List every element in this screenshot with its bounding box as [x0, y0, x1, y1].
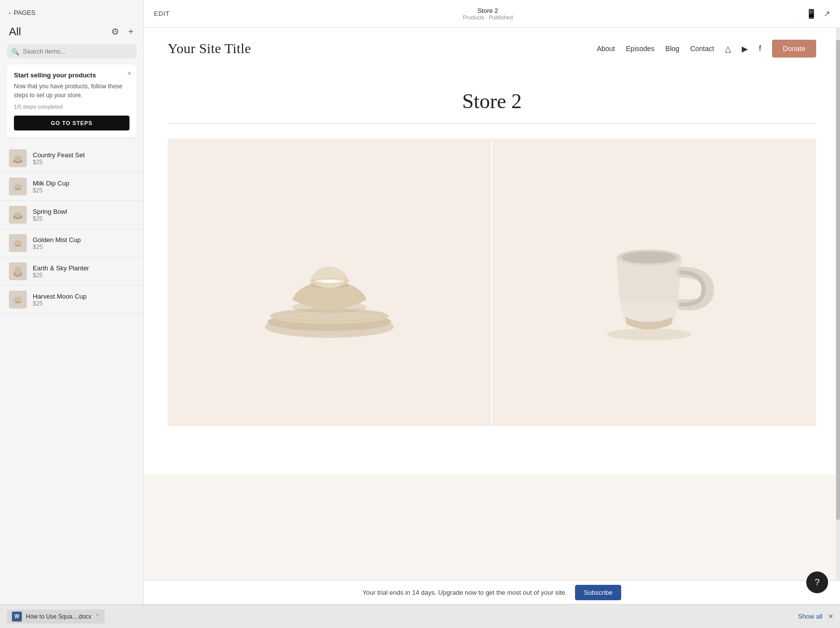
content-area: EDIT Store 2 Products · Published 📱 ↗ Yo…	[144, 0, 840, 628]
file-icon-label: W	[14, 614, 19, 619]
product-price: $25	[33, 272, 89, 279]
product-name: Country Feast Set	[33, 151, 85, 159]
product-grid	[168, 138, 816, 426]
trial-bar: Your trial ends in 14 days. Upgrade now …	[144, 580, 840, 604]
taskbar-left: W How to Use Squa....docx ⌃	[7, 610, 105, 624]
product-price: $25	[33, 300, 86, 307]
store-divider	[168, 123, 816, 124]
scrollbar[interactable]	[836, 28, 840, 628]
close-banner-button[interactable]: ×	[128, 69, 131, 77]
instagram-icon[interactable]: △	[725, 44, 731, 54]
file-icon: W	[12, 612, 22, 622]
store-status-label: Products · Published	[463, 14, 513, 20]
product-name: Milk Dip Cup	[33, 180, 69, 187]
nav-about[interactable]: About	[597, 45, 615, 53]
taskbar-close-button[interactable]: ×	[829, 612, 833, 621]
product-thumbnail	[9, 262, 27, 280]
taskbar-right: Show all ×	[798, 612, 833, 621]
taskbar: W How to Use Squa....docx ⌃ Show all ×	[0, 604, 840, 628]
svg-rect-11	[15, 302, 21, 303]
product-thumbnail	[9, 149, 27, 167]
back-arrow-icon: ‹	[9, 10, 11, 16]
subscribe-button[interactable]: Subscribe	[575, 585, 622, 600]
site-nav: Your Site Title About Episodes Blog Cont…	[144, 28, 840, 69]
help-button[interactable]: ?	[806, 571, 828, 593]
nav-contact[interactable]: Contact	[690, 45, 714, 53]
svg-rect-3	[15, 188, 21, 190]
product-info: Milk Dip Cup $25	[33, 180, 69, 194]
all-title: All	[9, 25, 21, 38]
youtube-icon[interactable]: ▶	[742, 44, 748, 54]
product-thumbnail	[9, 206, 27, 224]
search-icon: 🔍	[11, 48, 19, 55]
site-title[interactable]: Your Site Title	[168, 41, 251, 57]
show-all-button[interactable]: Show all	[798, 613, 823, 620]
product-card-2[interactable]	[492, 138, 817, 426]
list-item[interactable]: Harvest Moon Cup $25	[0, 286, 143, 314]
mobile-preview-icon[interactable]: 📱	[806, 8, 817, 19]
taskbar-filename: How to Use Squa....docx	[26, 613, 91, 620]
svg-point-21	[607, 328, 691, 340]
website-preview: Your Site Title About Episodes Blog Cont…	[144, 28, 840, 474]
external-link-icon[interactable]: ↗	[824, 9, 830, 18]
product-thumbnail	[9, 178, 27, 195]
pages-back-label: PAGES	[14, 9, 36, 16]
sidebar: ‹ PAGES All ⚙ + 🔍 × Start selling your p…	[0, 0, 144, 628]
search-bar: 🔍	[7, 44, 136, 59]
product-info: Golden Mist Cup $25	[33, 236, 81, 251]
product-info: Spring Bowl $25	[33, 208, 67, 222]
list-item[interactable]: Golden Mist Cup $25	[0, 229, 143, 257]
facebook-icon[interactable]: f	[759, 44, 761, 53]
product-card-1[interactable]	[168, 138, 492, 426]
all-icons: ⚙ +	[110, 25, 134, 38]
preview-area: Your Site Title About Episodes Blog Cont…	[144, 28, 840, 628]
go-to-steps-button[interactable]: GO TO STEPS	[14, 116, 129, 130]
list-item[interactable]: Milk Dip Cup $25	[0, 173, 143, 201]
scroll-thumb[interactable]	[836, 40, 840, 520]
settings-icon[interactable]: ⚙	[110, 25, 120, 38]
list-item[interactable]: Earth & Sky Planter $25	[0, 257, 143, 286]
banner-description: Now that you have products, follow these…	[14, 82, 129, 100]
list-item[interactable]: Spring Bowl $25	[0, 201, 143, 229]
editor-center: Store 2 Products · Published	[463, 7, 513, 20]
help-icon: ?	[815, 577, 820, 588]
product-info: Country Feast Set $25	[33, 151, 85, 166]
product-price: $25	[33, 187, 69, 194]
nav-blog[interactable]: Blog	[665, 45, 679, 53]
editor-right-controls: 📱 ↗	[806, 8, 830, 19]
all-header: All ⚙ +	[0, 21, 143, 44]
add-icon[interactable]: +	[127, 26, 134, 38]
svg-point-9	[14, 266, 21, 275]
trial-text: Your trial ends in 14 days. Upgrade now …	[363, 589, 567, 596]
edit-label: EDIT	[154, 10, 170, 17]
list-item[interactable]: Country Feast Set $25	[0, 144, 143, 173]
svg-point-19	[321, 280, 338, 283]
start-selling-banner: × Start selling your products Now that y…	[7, 64, 136, 137]
product-price: $25	[33, 159, 85, 166]
product-name: Spring Bowl	[33, 208, 67, 215]
editor-topbar: EDIT Store 2 Products · Published 📱 ↗	[144, 0, 840, 28]
donate-button[interactable]: Donate	[772, 40, 816, 58]
nav-links: About Episodes Blog Contact △ ▶ f Donate	[597, 40, 816, 58]
banner-steps-progress: 1/5 steps completed	[14, 104, 129, 110]
svg-rect-7	[15, 245, 21, 247]
taskbar-file-item[interactable]: W How to Use Squa....docx ⌃	[7, 610, 105, 624]
store-name-label: Store 2	[463, 7, 513, 14]
product-thumbnail	[9, 291, 27, 309]
search-input[interactable]	[7, 44, 136, 59]
taskbar-expand-icon[interactable]: ⌃	[95, 613, 100, 620]
product-info: Earth & Sky Planter $25	[33, 264, 89, 279]
product-info: Harvest Moon Cup $25	[33, 293, 86, 307]
banner-title: Start selling your products	[14, 71, 129, 79]
product-name: Golden Mist Cup	[33, 236, 81, 244]
product-thumbnail	[9, 234, 27, 252]
product-name: Harvest Moon Cup	[33, 293, 86, 300]
svg-point-1	[14, 155, 22, 161]
sidebar-header: ‹ PAGES	[0, 0, 143, 21]
svg-point-5	[14, 212, 22, 217]
pages-back-button[interactable]: ‹ PAGES	[9, 9, 36, 16]
product-price: $25	[33, 215, 67, 222]
product-name: Earth & Sky Planter	[33, 264, 89, 272]
store-page-heading: Store 2	[144, 69, 840, 123]
nav-episodes[interactable]: Episodes	[626, 45, 655, 53]
